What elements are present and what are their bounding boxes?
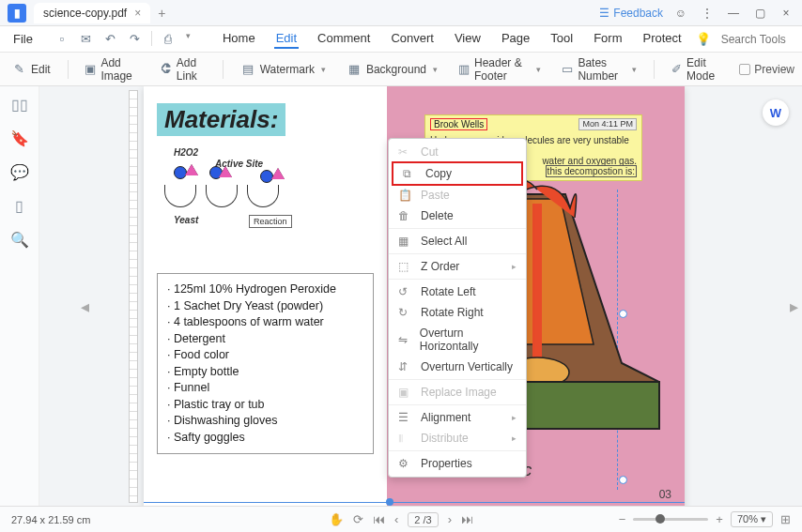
materials-list-item: 4 tablespoons of warm water: [167, 314, 363, 331]
chevron-down-icon: ▾: [433, 65, 438, 74]
app-icon: ▮: [8, 4, 26, 23]
diagram-label-reaction: Reaction: [249, 215, 292, 228]
page-indicator[interactable]: 2 /3: [408, 512, 438, 527]
add-image-icon: ▣: [85, 62, 96, 77]
zoom-slider[interactable]: [633, 518, 708, 521]
close-button[interactable]: ×: [778, 5, 794, 22]
tab-convert[interactable]: Convert: [389, 29, 436, 49]
save-icon[interactable]: ▫: [54, 31, 70, 48]
header-footer-label: Header & Footer: [474, 56, 530, 83]
ctx-properties[interactable]: ⚙Properties: [389, 453, 526, 474]
delete-icon: 🗑: [398, 209, 411, 222]
bookmarks-icon[interactable]: 🔖: [11, 129, 28, 146]
flip-h-icon: ⇋: [398, 333, 410, 346]
cut-icon: ✂: [398, 145, 411, 159]
quick-more-dropdown[interactable]: ▾: [186, 31, 191, 48]
zoom-value[interactable]: 70% ▾: [731, 511, 773, 527]
maximize-button[interactable]: ▢: [751, 5, 768, 22]
context-menu: ✂Cut ⧉Copy 📋Paste 🗑Delete ▦Select All ⬚Z…: [388, 138, 527, 478]
ctx-overturn-v[interactable]: ⇵Overturn Vertically: [389, 357, 526, 377]
rotate-right-icon: ↻: [398, 306, 411, 319]
edit-mode-button[interactable]: ✐ Edit Mode: [668, 53, 727, 85]
rotate-view-icon[interactable]: ⟳: [353, 512, 363, 526]
fit-page-icon[interactable]: ⊞: [780, 512, 791, 526]
submenu-arrow-icon: ▸: [512, 413, 517, 422]
document-page-left[interactable]: Materials: H2O2 Active Site Yeast Reacti…: [144, 86, 387, 506]
tab-tool[interactable]: Tool: [548, 29, 575, 49]
tab-protect[interactable]: Protect: [640, 29, 683, 49]
zoom-in-button[interactable]: +: [716, 512, 723, 526]
ctx-rotate-left[interactable]: ↺Rotate Left: [389, 281, 526, 302]
tab-add-button[interactable]: +: [158, 6, 165, 21]
paste-icon: 📋: [398, 189, 411, 202]
ctx-select-all[interactable]: ▦Select All: [389, 231, 526, 251]
tab-close-icon[interactable]: ×: [134, 7, 141, 20]
tab-comment[interactable]: Comment: [316, 29, 372, 49]
ctx-delete[interactable]: 🗑Delete: [389, 205, 526, 226]
menubar: File ▫ ✉ ↶ ↷ ⎙ ▾ HomeEditCommentConvertV…: [0, 26, 802, 53]
last-page-button[interactable]: ⏭: [461, 512, 473, 526]
ctx-alignment[interactable]: ☰Alignment▸: [389, 407, 526, 428]
hand-tool-icon[interactable]: ✋: [329, 512, 344, 526]
titlebar: ▮ science-copy.pdf × + ☰ Feedback ☺ ⋮ — …: [0, 0, 802, 26]
search-panel-icon[interactable]: 🔍: [11, 231, 28, 248]
search-input[interactable]: [721, 33, 802, 46]
vertical-ruler: [129, 90, 138, 503]
page-dimensions: 27.94 x 21.59 cm: [11, 514, 90, 525]
edit-text-button[interactable]: ✎ Edit: [8, 59, 54, 80]
ctx-z-order[interactable]: ⬚Z Order▸: [389, 256, 526, 277]
ctx-rotate-right[interactable]: ↻Rotate Right: [389, 302, 526, 323]
zorder-icon: ⬚: [398, 260, 411, 273]
tab-home[interactable]: Home: [221, 29, 257, 49]
materials-list: 125ml 10% Hydrogen Peroxide1 Sachet Dry …: [157, 273, 374, 454]
selection-handle[interactable]: [619, 310, 627, 318]
more-icon[interactable]: ⋮: [699, 5, 716, 22]
thumbnails-icon[interactable]: ▯▯: [11, 96, 28, 113]
scroll-right-button[interactable]: ▸: [790, 296, 798, 317]
add-link-button[interactable]: ⮈ Add Link: [156, 53, 209, 85]
materials-list-item: 125ml 10% Hydrogen Peroxide: [167, 281, 363, 298]
print-icon[interactable]: ⎙: [160, 31, 177, 48]
undo-icon[interactable]: ↶: [102, 31, 119, 48]
ctx-paste: 📋Paste: [389, 185, 526, 205]
add-image-button[interactable]: ▣ Add Image: [81, 53, 142, 85]
tab-form[interactable]: Form: [592, 29, 624, 49]
bates-button[interactable]: ▭ Bates Number ▾: [558, 53, 640, 85]
tab-edit[interactable]: Edit: [274, 29, 299, 49]
selection-handle[interactable]: [619, 476, 627, 484]
comments-icon[interactable]: 💬: [11, 163, 28, 180]
first-page-button[interactable]: ⏮: [373, 512, 385, 526]
file-menu[interactable]: File: [8, 29, 39, 49]
zoom-thumb[interactable]: [655, 514, 665, 524]
preview-checkbox[interactable]: Preview: [739, 63, 794, 76]
attachments-icon[interactable]: ▯: [11, 197, 28, 214]
select-all-icon: ▦: [398, 235, 411, 248]
materials-list-item: Safty goggles: [167, 430, 363, 447]
ctx-replace-image: ▣Replace Image: [389, 382, 526, 403]
ctx-overturn-h[interactable]: ⇋Overturn Horizontally: [389, 323, 526, 357]
background-button[interactable]: ▦ Background ▾: [343, 59, 441, 80]
redo-icon[interactable]: ↷: [127, 31, 144, 48]
user-icon[interactable]: ☺: [672, 5, 689, 22]
ctx-copy[interactable]: ⧉Copy: [392, 161, 523, 186]
document-tab[interactable]: science-copy.pdf ×: [34, 3, 150, 23]
next-page-button[interactable]: ›: [448, 512, 452, 526]
scroll-left-button[interactable]: ◂: [81, 296, 89, 317]
flip-v-icon: ⇵: [398, 360, 411, 373]
word-export-button[interactable]: W: [763, 99, 789, 126]
feedback-button[interactable]: ☰ Feedback: [599, 7, 663, 20]
materials-list-item: 1 Sachet Dry Yeast (powder): [167, 298, 363, 315]
materials-list-item: Funnel: [167, 380, 363, 397]
minimize-button[interactable]: —: [725, 5, 742, 22]
submenu-arrow-icon: ▸: [512, 262, 517, 271]
tab-view[interactable]: View: [453, 29, 483, 49]
watermark-icon: ▤: [240, 62, 255, 77]
lightbulb-icon[interactable]: 💡: [695, 31, 712, 48]
watermark-button[interactable]: ▤ Watermark ▾: [237, 59, 330, 80]
mail-icon[interactable]: ✉: [78, 31, 95, 48]
tab-page[interactable]: Page: [500, 29, 532, 49]
copy-icon: ⧉: [403, 167, 416, 180]
zoom-out-button[interactable]: −: [619, 512, 626, 526]
prev-page-button[interactable]: ‹: [394, 512, 398, 526]
header-footer-button[interactable]: ▥ Header & Footer ▾: [455, 53, 545, 85]
